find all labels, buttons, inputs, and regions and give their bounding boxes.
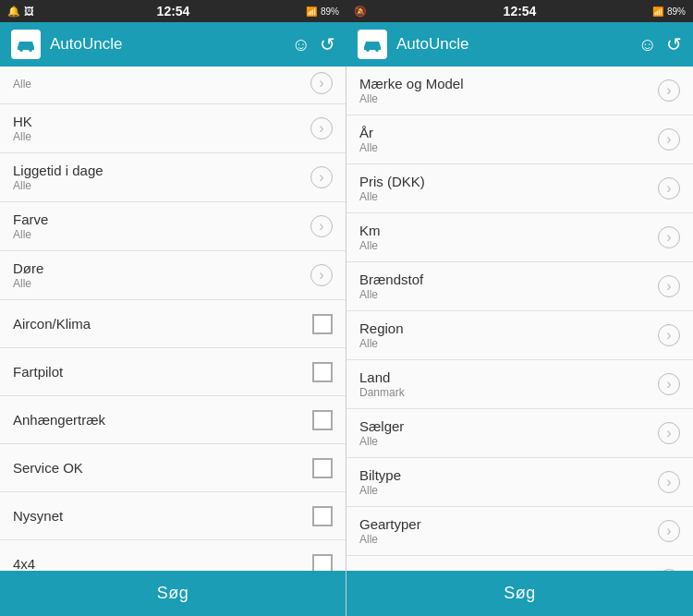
- list-item-text: Land Danmark: [359, 369, 658, 399]
- list-item-sub: Alle: [359, 533, 658, 546]
- list-item-text: Service OK: [13, 460, 312, 476]
- list-item[interactable]: År Alle ›: [346, 115, 693, 164]
- app-bar-right: AutoUncle ☺ ↺: [346, 22, 693, 66]
- list-item-sub: Alle: [359, 337, 658, 350]
- list-item-text: Alle: [13, 77, 310, 91]
- list-item-nysynet[interactable]: Nysynet: [0, 492, 346, 540]
- list-item-sub: Alle: [13, 277, 310, 290]
- refresh-icon-right[interactable]: ↺: [666, 33, 682, 55]
- arrow-icon: ›: [658, 226, 680, 248]
- list-item[interactable]: Brændstof Alle ›: [346, 262, 693, 311]
- list-item[interactable]: Døre Alle ›: [0, 251, 346, 300]
- list-item-label: Anhængertræk: [13, 412, 312, 428]
- image-icon: 🖼: [24, 6, 34, 17]
- list-item-sub: Alle: [359, 288, 658, 301]
- left-panel: Alle › HK Alle › Liggetid i dage Alle ›: [0, 66, 346, 616]
- svg-point-1: [29, 48, 32, 52]
- list-item[interactable]: Mærke og Model Alle ›: [346, 66, 693, 115]
- list-item-text: Mærke og Model Alle: [359, 76, 658, 105]
- list-item-text: Døre Alle: [13, 260, 310, 290]
- time-left: 12:54: [157, 4, 190, 18]
- list-item-sub: Alle: [359, 239, 658, 252]
- list-item[interactable]: Km Alle ›: [346, 213, 693, 262]
- mute-icon: 🔕: [354, 6, 367, 18]
- checkbox-aircon[interactable]: [312, 314, 333, 334]
- list-item-label: Aircon/Klima: [13, 316, 312, 332]
- battery-right: 89%: [667, 6, 686, 17]
- arrow-icon: ›: [658, 422, 680, 444]
- list-item-text: Nysynet: [13, 508, 312, 524]
- list-item-service-ok[interactable]: Service OK: [0, 444, 346, 492]
- list-item[interactable]: Biltype Alle ›: [346, 458, 693, 507]
- list-item-label: Pris (DKK): [359, 174, 658, 189]
- list-item-label: Døre: [13, 260, 310, 276]
- list-item-sub: Alle: [359, 484, 658, 497]
- checkbox-fartpilot[interactable]: [312, 362, 333, 382]
- arrow-icon: ›: [310, 72, 333, 94]
- checkbox-anhaenger[interactable]: [312, 410, 333, 430]
- list-item[interactable]: Land Danmark ›: [346, 360, 693, 409]
- list-item-sub: Alle: [359, 435, 658, 448]
- list-item-label: HK: [13, 114, 310, 129]
- app-logo-left: [11, 30, 41, 59]
- list-item-text: Biltype Alle: [359, 467, 658, 497]
- list-item-sub: Alle: [359, 92, 658, 105]
- list-item-label: Liggetid i dage: [13, 163, 310, 178]
- signal-icon: 📶: [306, 6, 317, 17]
- search-button-left[interactable]: Søg: [0, 571, 346, 616]
- list-item-sub: Alle: [13, 78, 310, 91]
- list-item-text: Brændstof Alle: [359, 272, 658, 301]
- chat-icon-right[interactable]: ☺: [638, 34, 657, 55]
- content-area: Alle › HK Alle › Liggetid i dage Alle ›: [0, 66, 693, 616]
- list-item-label: Sælger: [359, 418, 658, 434]
- list-item[interactable]: Km/l mindst ›: [346, 556, 693, 571]
- list-item-label: Km: [359, 223, 658, 238]
- checkbox-4x4[interactable]: [312, 554, 333, 572]
- list-item-text: HK Alle: [13, 114, 310, 143]
- list-item-sub: Alle: [359, 141, 658, 154]
- list-item[interactable]: HK Alle ›: [0, 104, 346, 153]
- checkbox-nysynet[interactable]: [312, 506, 333, 526]
- list-item-label: Fartpilot: [13, 364, 312, 380]
- list-item-label: Mærke og Model: [359, 76, 658, 91]
- search-button-right[interactable]: Søg: [346, 571, 693, 616]
- checkbox-service-ok[interactable]: [312, 458, 333, 478]
- list-item[interactable]: Geartyper Alle ›: [346, 507, 693, 556]
- svg-point-2: [366, 48, 370, 52]
- status-icons-right-left: 📶 89%: [306, 6, 339, 17]
- list-item[interactable]: Region Alle ›: [346, 311, 693, 360]
- app-title-left: AutoUncle: [50, 35, 283, 54]
- list-item-sub: Alle: [13, 179, 310, 192]
- list-item[interactable]: Farve Alle ›: [0, 202, 346, 251]
- signal-icon-2: 📶: [652, 6, 663, 17]
- list-item-anhaenger[interactable]: Anhængertræk: [0, 396, 346, 444]
- list-item-text: Geartyper Alle: [359, 516, 658, 546]
- list-item-label: Region: [359, 320, 658, 336]
- status-icons-right-left2: 🔕: [354, 6, 367, 18]
- list-item[interactable]: Sælger Alle ›: [346, 409, 693, 458]
- list-item[interactable]: Liggetid i dage Alle ›: [0, 153, 346, 202]
- list-item-label: Nysynet: [13, 508, 312, 524]
- arrow-icon: ›: [658, 373, 680, 395]
- list-item-label: Land: [359, 369, 658, 385]
- refresh-icon-left[interactable]: ↺: [320, 33, 335, 55]
- list-item-text: Aircon/Klima: [13, 316, 312, 332]
- list-item-4x4[interactable]: 4x4: [0, 540, 346, 571]
- list-item[interactable]: Pris (DKK) Alle ›: [346, 164, 693, 213]
- list-item-fartpilot[interactable]: Fartpilot: [0, 348, 346, 396]
- list-item-text: År Alle: [359, 125, 658, 154]
- list-item-text: 4x4: [13, 556, 312, 571]
- list-item-text: Sælger Alle: [359, 418, 658, 448]
- status-bars: 🔔 🖼 12:54 📶 89% 🔕 12:54 📶 89%: [0, 0, 693, 22]
- list-item[interactable]: Alle ›: [0, 66, 346, 104]
- list-item-text: Km Alle: [359, 223, 658, 252]
- status-bar-left: 🔔 🖼 12:54 📶 89%: [0, 0, 346, 22]
- arrow-icon: ›: [658, 275, 680, 297]
- arrow-icon: ›: [310, 215, 333, 237]
- list-item-sub: Danmark: [359, 386, 658, 399]
- time-right: 12:54: [504, 4, 537, 18]
- chat-icon-left[interactable]: ☺: [292, 34, 310, 55]
- app-bar-left: AutoUncle ☺ ↺: [0, 22, 346, 66]
- list-item-aircon[interactable]: Aircon/Klima: [0, 300, 346, 348]
- list-item-text: Region Alle: [359, 320, 658, 350]
